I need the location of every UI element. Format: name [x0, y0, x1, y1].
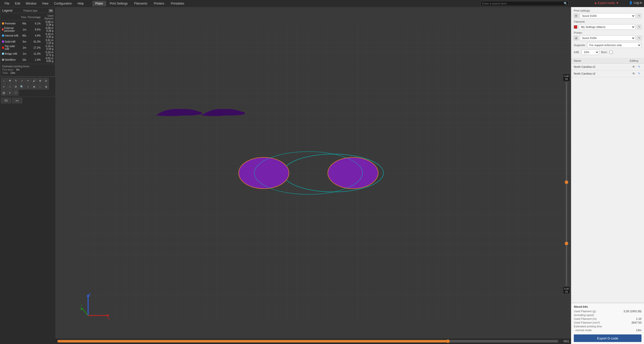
printer-row: 🖨 Sovol SV04 ✎ — [574, 35, 641, 41]
tab-filaments[interactable]: Filaments — [131, 1, 150, 6]
objects-col-editing: Editing — [626, 59, 641, 62]
viewport[interactable]: Z X Y 0.40 (2) 0.20 (1 — [55, 7, 571, 344]
tool-bed[interactable]: ▤ — [1, 90, 7, 96]
tool-info[interactable]: ℹ — [7, 90, 13, 96]
infill-dropdown[interactable]: 15% — [582, 49, 599, 55]
menu-file[interactable]: File — [2, 1, 12, 6]
layer-slider-handle-bottom[interactable] — [565, 242, 568, 245]
export-gcode-button[interactable]: Export G-code — [574, 334, 641, 342]
printer-icon: 🖨 — [574, 36, 578, 40]
tool-rotate[interactable]: ↻ — [13, 78, 19, 83]
layer-slider-track[interactable] — [566, 82, 567, 286]
axis-svg: Z X Y — [81, 293, 111, 323]
progress-value: 4501 — [560, 340, 569, 343]
tool-arrange[interactable]: ⊞ — [31, 84, 37, 89]
supports-dropdown[interactable]: For support enforcers only — [587, 42, 641, 48]
svg-marker-9 — [107, 314, 109, 317]
tool-move[interactable]: ✥ — [7, 78, 13, 83]
objects-section: Name Editing North Carolina v2 👁 ✎ North… — [571, 58, 644, 303]
printer-dropdown[interactable]: Sovol SV04 — [580, 35, 635, 41]
legend-filament: 0.09 m 0.28 g — [41, 20, 54, 27]
legend-feature-name: Perimeter — [1, 20, 20, 27]
printer-label: Printer: — [574, 31, 641, 34]
filament-label: Filament: — [574, 20, 641, 23]
brim-checkbox[interactable] — [610, 51, 613, 54]
object-list-item[interactable]: North Carolina v2 👁 ✎ — [571, 64, 644, 70]
menu-edit[interactable]: Edit — [12, 1, 23, 6]
legend-filter-button[interactable]: ▼ — [49, 9, 53, 12]
legend-row: Skirt/Brim 15s 1.9% 0.02 m 0.05 g — [1, 57, 54, 63]
legend-color-dot — [2, 28, 4, 30]
filament-color — [574, 25, 577, 29]
print-settings-edit-btn[interactable]: ✎ — [637, 14, 641, 18]
total-value: 13m — [10, 72, 15, 74]
grid-svg — [75, 22, 571, 324]
object-edit-btn[interactable]: ✎ — [637, 71, 641, 76]
progress-bar[interactable] — [57, 340, 558, 342]
legend-col-filament: Used filament — [41, 14, 54, 20]
object-visibility-toggle[interactable]: 👁 — [631, 65, 636, 69]
filament-edit-btn[interactable]: ✎ — [637, 25, 641, 29]
tool-layer[interactable]: ≣ — [43, 84, 49, 89]
layer-slider-handle-top[interactable] — [565, 180, 568, 184]
main-layout: Legend Feature type ▼ Time Percentage Us… — [0, 7, 644, 344]
tool-export[interactable]: ⬡ — [13, 90, 19, 96]
legend-color-dot — [2, 59, 4, 61]
print-settings-icon: ⚙ — [574, 14, 578, 18]
menu-help[interactable]: Help — [75, 1, 86, 6]
supports-label: Supports: — [574, 44, 586, 47]
svg-rect-0 — [75, 22, 571, 324]
brim-label: Brim: — [601, 51, 608, 54]
tool-cut[interactable]: ✂ — [25, 78, 31, 83]
print-settings-dropdown[interactable]: Sovol SV04 — [580, 13, 635, 19]
legend-time: 49s — [20, 20, 27, 27]
svg-point-2 — [239, 158, 289, 189]
legend-time: 2m — [20, 45, 27, 51]
tool-mmu[interactable]: ≡ — [1, 84, 7, 89]
grid-lines — [75, 22, 571, 324]
object-name: North Carolina v2 — [574, 72, 630, 75]
tab-print-settings[interactable]: Print Settings — [107, 1, 131, 6]
first-layer-label: First layer: — [2, 68, 14, 71]
tool-search[interactable]: 🔍 — [19, 84, 25, 89]
tab-plater[interactable]: Plater — [92, 1, 106, 6]
legend-color-dot — [2, 53, 4, 55]
tool-paint[interactable]: 🖌 — [31, 78, 37, 83]
menu-view[interactable]: View — [40, 1, 51, 6]
tool-scale[interactable]: ⤢ — [19, 78, 25, 83]
legend-feature-name: Bridge infill — [1, 51, 20, 57]
tab-printables[interactable]: Printables — [168, 1, 187, 6]
object-edit-btn[interactable]: ✎ — [637, 65, 641, 69]
tool-support[interactable]: ⊕ — [37, 78, 43, 83]
tab-printers[interactable]: Printers — [151, 1, 167, 6]
progress-handle[interactable] — [446, 339, 450, 343]
object-visibility-toggle[interactable]: 👁 — [631, 71, 636, 76]
legend-row: Internal infill 40s 4.9% 0.10 m 0.25 g — [1, 33, 54, 39]
filament-dropdown[interactable]: My Settings (Warm) — [579, 24, 635, 30]
menu-window[interactable]: Window — [23, 1, 39, 6]
svg-text:X: X — [108, 317, 110, 320]
tool-3d-view[interactable]: 3D — [1, 98, 11, 103]
object-name: North Carolina v2 — [574, 65, 630, 68]
tool-fdm[interactable]: □ — [7, 84, 13, 89]
info-key: - normal mode — [574, 329, 592, 332]
menu-configuration[interactable]: Configuration — [52, 1, 74, 6]
legend-color-dot — [2, 41, 4, 43]
expert-mode-toggle[interactable]: ● Expert mode ▼ — [595, 1, 619, 5]
tool-layer-view[interactable]: ≡≡ — [12, 98, 22, 103]
axis-widget: Z X Y — [81, 293, 111, 324]
object-list-item[interactable]: North Carolina v2 👁 ✎ — [571, 70, 644, 77]
right-panel: Print settings: ⚙ Sovol SV04 ✎ Filament:… — [571, 7, 644, 344]
tool-settings[interactable]: ⚙ — [13, 84, 19, 89]
info-value: 3.28 (1003.28) — [623, 310, 641, 313]
login-button[interactable]: 👤 Log in — [629, 1, 642, 5]
tool-orient[interactable]: ↕ — [37, 84, 43, 89]
search-input[interactable] — [480, 1, 569, 6]
tool-seam[interactable]: ◎ — [43, 78, 49, 83]
print-settings-row: ⚙ Sovol SV04 ✎ — [574, 13, 641, 19]
tool-add[interactable]: + — [25, 84, 31, 89]
svg-text:Y: Y — [81, 304, 83, 307]
print-settings-section: Print settings: ⚙ Sovol SV04 ✎ Filament:… — [571, 7, 644, 58]
tool-home[interactable]: ⌂ — [1, 78, 7, 83]
printer-edit-btn[interactable]: ✎ — [637, 36, 641, 40]
